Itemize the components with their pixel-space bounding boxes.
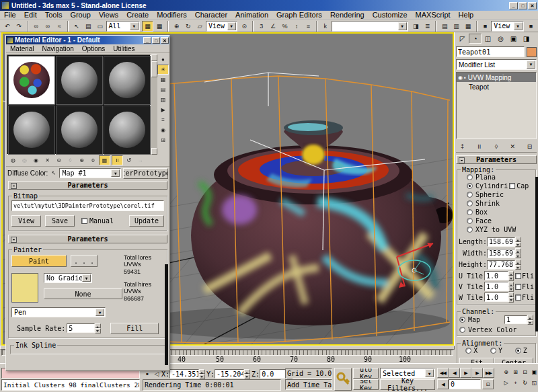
w-tile-spinner[interactable]	[508, 292, 514, 303]
time-configuration-button[interactable]: ⊡	[482, 379, 494, 389]
radio-shrink-wrap[interactable]	[467, 200, 473, 206]
update-button[interactable]: Update	[129, 215, 164, 227]
use-center-button[interactable]: ⊙	[239, 21, 250, 32]
menu-navigation[interactable]: Navigation	[38, 45, 78, 52]
angle-snap-button[interactable]: ∠	[267, 21, 278, 32]
w-tile-field[interactable]: 1.0	[484, 292, 508, 302]
assign-material-icon[interactable]: ◉	[30, 155, 42, 165]
scroll-thumb[interactable]	[151, 61, 157, 77]
chevron-down-icon[interactable]: ▼	[130, 22, 139, 30]
visibility-bulb-icon[interactable]: ◉	[458, 75, 463, 81]
teapot-object[interactable]	[134, 120, 453, 339]
chevron-down-icon[interactable]: ▼	[82, 274, 91, 282]
save-button[interactable]: Save	[45, 215, 75, 227]
view-button[interactable]: View	[11, 215, 41, 227]
spinner-snap-button[interactable]: ↕	[291, 21, 302, 32]
material-options-icon[interactable]: ≡	[157, 115, 169, 125]
menu-group[interactable]: Group	[66, 11, 95, 19]
keyboard-override-button[interactable]: k	[319, 21, 331, 32]
scroll-down-icon[interactable]	[151, 148, 157, 155]
named-selection-dropdown[interactable]: ▼	[332, 21, 408, 32]
u-flip-checkbox[interactable]	[515, 273, 521, 279]
material-slot-5[interactable]	[56, 106, 103, 155]
go-to-start-button[interactable]: ◀◀	[437, 368, 449, 378]
arc-rotate-icon[interactable]: ↻	[521, 379, 529, 387]
scroll-up-icon[interactable]	[151, 54, 157, 61]
menu-maxscript[interactable]: MAXScript	[412, 11, 455, 19]
set-keys-button[interactable]	[334, 368, 352, 391]
menu-customize[interactable]: Customize	[369, 11, 412, 19]
v-flip-checkbox[interactable]	[515, 284, 521, 290]
redo-button[interactable]: ↷	[13, 21, 24, 32]
v-tile-spinner[interactable]	[508, 282, 514, 292]
x-spinner[interactable]	[199, 369, 205, 379]
select-and-link-button[interactable]: ∞	[30, 21, 42, 32]
minimize-button[interactable]: _	[509, 2, 518, 9]
select-by-name-button[interactable]: ▤	[83, 21, 94, 32]
sample-rate-field[interactable]: 5	[67, 323, 95, 333]
scale-button[interactable]: ▱	[194, 21, 206, 32]
tab-create[interactable]: ◸	[456, 34, 469, 44]
material-slot-2[interactable]	[56, 56, 103, 105]
background-icon[interactable]: ▦	[157, 75, 169, 85]
paint-color-swatch[interactable]	[11, 273, 38, 303]
menu-options[interactable]: Options	[78, 45, 109, 52]
swatch-scrollbar[interactable]	[151, 54, 157, 155]
render-scene-button[interactable]: ■	[479, 21, 491, 32]
menu-tools[interactable]: Tools	[41, 11, 67, 19]
y-coordinate-field[interactable]: -15.204	[215, 369, 244, 379]
pin-stack-button[interactable]: ‡	[457, 141, 467, 152]
radio-align-z[interactable]	[515, 348, 521, 354]
menu-utilities[interactable]: Utilities	[109, 45, 139, 52]
crossing-mode-button[interactable]: ▦	[153, 21, 165, 32]
height-spinner[interactable]	[515, 260, 521, 270]
painter-rollout-header[interactable]: -Parameters	[8, 235, 167, 243]
radio-xyz-to-uvw[interactable]	[467, 227, 473, 233]
sample-rate-spinner[interactable]	[95, 323, 101, 334]
tab-display[interactable]: ▣	[507, 34, 520, 44]
percent-snap-button[interactable]: %	[279, 21, 291, 32]
play-button[interactable]: ▶	[460, 368, 471, 378]
v-tile-field[interactable]: 1.0	[484, 282, 508, 291]
material-slot-3[interactable]	[104, 56, 151, 105]
length-spinner[interactable]	[515, 237, 521, 247]
render-type-dropdown[interactable]: View▼	[491, 21, 523, 32]
auto-key-button[interactable]: uto Key	[353, 368, 379, 379]
width-field[interactable]: 158.69	[487, 249, 515, 258]
material-editor-close-button[interactable]: ✕	[161, 37, 169, 44]
stack-item-uvw-mapping[interactable]: ◉ ▪ UVW Mapping	[457, 73, 536, 82]
make-unique-button[interactable]: ◊	[492, 141, 502, 152]
map-channel-field[interactable]: 1	[504, 315, 527, 324]
region-select-button[interactable]: ▭	[94, 21, 106, 32]
key-filters-button[interactable]: Key Filters...	[380, 379, 435, 390]
paint-button[interactable]: Paint	[11, 255, 67, 267]
browse-button[interactable]: . . .	[71, 255, 98, 267]
zoom-icon[interactable]: ⊕	[502, 368, 510, 377]
chevron-down-icon[interactable]: ▼	[425, 369, 434, 377]
make-material-copy-icon[interactable]: ⊙	[53, 155, 65, 165]
selection-filter-dropdown[interactable]: All▼	[106, 21, 140, 32]
align-button[interactable]: ≣	[422, 21, 433, 32]
key-mode-toggle[interactable]: ◀	[437, 379, 449, 389]
u-tile-spinner[interactable]	[508, 271, 514, 281]
pan-icon[interactable]: +	[511, 379, 520, 387]
material-id-channel-icon[interactable]: 0	[87, 155, 99, 165]
show-map-in-viewport-icon[interactable]: ▦	[99, 155, 110, 165]
bitmap-path-field[interactable]: ve\tut\mytut\3DPainterPrototype\corel.ti…	[11, 200, 164, 211]
map-name-dropdown[interactable]: Map #1▼	[59, 168, 121, 178]
paint-tool-dropdown[interactable]: Pen▼	[11, 307, 106, 317]
window-crossing-toggle[interactable]: ▦	[142, 21, 153, 32]
menu-edit[interactable]: Edit	[20, 11, 41, 19]
manual-checkbox[interactable]	[81, 218, 87, 224]
undo-button[interactable]: ↶	[1, 21, 13, 32]
material-editor-title-bar[interactable]: Material Editor - 1 - Default _ □ ✕	[6, 36, 169, 44]
none-map-button[interactable]: None	[44, 288, 122, 299]
unlink-button[interactable]: ∞	[42, 21, 53, 32]
menu-create[interactable]: Create	[122, 11, 153, 19]
next-frame-button[interactable]: ▶	[471, 368, 483, 378]
material-type-button[interactable]: terPrototype	[123, 168, 168, 179]
maxscript-listener-status[interactable]: Initial Clusters 98 finalClusters 28	[1, 379, 140, 391]
move-button[interactable]: ⊕	[171, 21, 182, 32]
min-max-toggle-icon[interactable]: ◱	[530, 379, 538, 387]
w-flip-checkbox[interactable]	[515, 295, 521, 301]
